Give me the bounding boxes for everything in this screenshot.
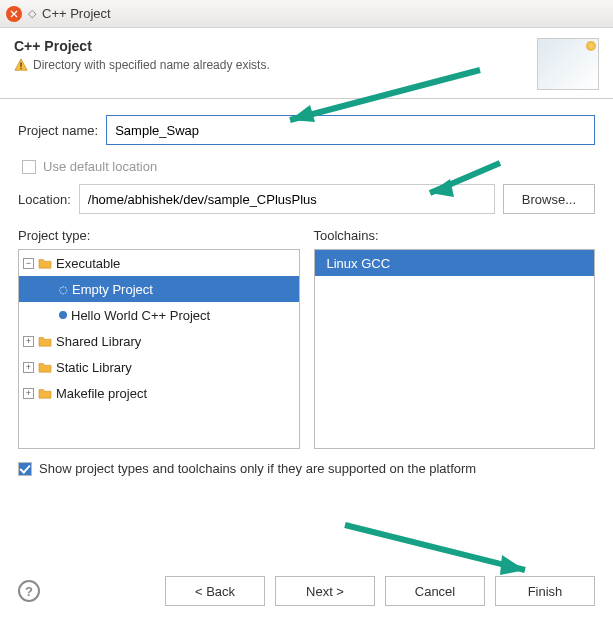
tree-item-selected[interactable]: ◌Empty Project <box>19 276 299 302</box>
tree-item-label: Makefile project <box>56 386 147 401</box>
location-input[interactable] <box>79 184 495 214</box>
folder-icon <box>38 387 52 399</box>
platform-filter-checkbox[interactable] <box>18 462 32 476</box>
toolchains-list[interactable]: Linux GCC <box>314 249 596 449</box>
folder-icon <box>38 335 52 347</box>
page-title: C++ Project <box>14 38 527 54</box>
folder-icon <box>38 257 52 269</box>
restore-icon[interactable]: ◇ <box>28 7 36 20</box>
tree-item-label: Static Library <box>56 360 132 375</box>
project-type-label: Project type: <box>18 228 300 243</box>
window-titlebar: ◇ C++ Project <box>0 0 613 28</box>
tree-item-label: Executable <box>56 256 120 271</box>
expand-icon[interactable]: + <box>23 362 34 373</box>
tree-item[interactable]: +Static Library <box>19 354 299 380</box>
tree-item[interactable]: +Shared Library <box>19 328 299 354</box>
collapse-icon[interactable]: − <box>23 258 34 269</box>
project-type-tree[interactable]: −Executable◌Empty ProjectHello World C++… <box>18 249 300 449</box>
tree-item[interactable]: −Executable <box>19 250 299 276</box>
finish-button[interactable]: Finish <box>495 576 595 606</box>
project-name-label: Project name: <box>18 123 98 138</box>
toolchain-item[interactable]: Linux GCC <box>315 250 595 276</box>
dialog-footer: ? < Back Next > Cancel Finish <box>0 562 613 624</box>
platform-filter-label[interactable]: Show project types and toolchains only i… <box>39 461 476 476</box>
help-button[interactable]: ? <box>18 580 40 602</box>
close-icon[interactable] <box>6 6 22 22</box>
wizard-banner-icon <box>537 38 599 90</box>
tree-item-label: Empty Project <box>72 282 153 297</box>
project-template-icon <box>59 311 67 319</box>
svg-rect-1 <box>20 68 21 69</box>
header-message: Directory with specified name already ex… <box>33 58 270 72</box>
tree-item[interactable]: Hello World C++ Project <box>19 302 299 328</box>
project-template-icon: ◌ <box>59 284 68 295</box>
svg-rect-0 <box>20 62 21 66</box>
expand-icon[interactable]: + <box>23 336 34 347</box>
browse-button[interactable]: Browse... <box>503 184 595 214</box>
back-button[interactable]: < Back <box>165 576 265 606</box>
toolchains-label: Toolchains: <box>314 228 596 243</box>
use-default-location-checkbox[interactable] <box>22 160 36 174</box>
expand-icon[interactable]: + <box>23 388 34 399</box>
location-label: Location: <box>18 192 71 207</box>
tree-item-label: Hello World C++ Project <box>71 308 210 323</box>
tree-item-label: Shared Library <box>56 334 141 349</box>
next-button[interactable]: Next > <box>275 576 375 606</box>
cancel-button[interactable]: Cancel <box>385 576 485 606</box>
window-title: C++ Project <box>42 6 111 21</box>
use-default-location-label[interactable]: Use default location <box>43 159 157 174</box>
dialog-header: C++ Project Directory with specified nam… <box>0 28 613 99</box>
project-name-input[interactable] <box>106 115 595 145</box>
folder-icon <box>38 361 52 373</box>
tree-item[interactable]: +Makefile project <box>19 380 299 406</box>
warning-icon <box>14 58 28 72</box>
